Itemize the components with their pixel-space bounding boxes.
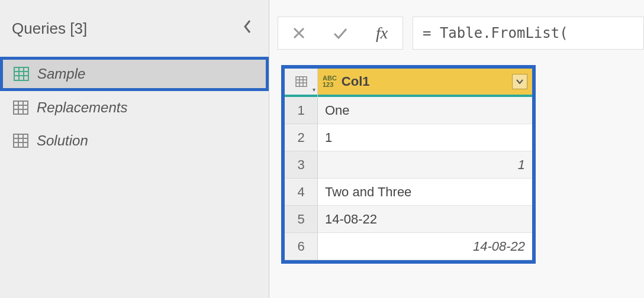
datatype-any-icon: ABC 123	[323, 75, 337, 88]
query-label: Replacements	[37, 99, 127, 116]
queries-panel: Queries [3] Sample Replacements Solution	[0, 0, 269, 298]
column-name: Col1	[342, 74, 507, 89]
formula-input[interactable]: = Table.FromList(	[413, 17, 644, 50]
confirm-formula-button[interactable]	[320, 17, 361, 49]
data-column: ABC 123 Col1 One 1 1 Two and Three 14-08…	[318, 69, 532, 260]
table-icon	[295, 76, 307, 87]
column-header[interactable]: ABC 123 Col1	[318, 69, 532, 97]
row-number[interactable]: 2	[285, 124, 317, 151]
svg-rect-10	[14, 134, 28, 147]
data-cell[interactable]: 14-08-22	[318, 233, 532, 260]
data-cell[interactable]: 1	[318, 151, 532, 179]
table-icon	[13, 134, 28, 148]
data-table: ▾ 1 2 3 4 5 6 ABC 123 Col1	[281, 65, 536, 264]
collapse-panel-button[interactable]	[238, 17, 257, 40]
table-icon	[13, 101, 28, 115]
query-item-replacements[interactable]: Replacements	[0, 91, 269, 124]
app-root: Queries [3] Sample Replacements Solution	[0, 0, 644, 298]
cancel-formula-button[interactable]	[278, 17, 320, 49]
query-item-solution[interactable]: Solution	[0, 124, 269, 157]
fx-icon[interactable]: fx	[361, 17, 402, 49]
row-number[interactable]: 3	[285, 151, 317, 179]
formula-bar: fx = Table.FromList(	[278, 17, 644, 50]
svg-rect-15	[296, 77, 307, 87]
query-item-sample[interactable]: Sample	[0, 57, 269, 91]
query-label: Sample	[37, 66, 85, 82]
row-number-column: ▾ 1 2 3 4 5 6	[285, 69, 318, 260]
formula-controls: fx	[278, 17, 403, 50]
chevron-down-icon: ▾	[313, 86, 315, 93]
row-number[interactable]: 5	[285, 206, 317, 233]
row-number[interactable]: 4	[285, 179, 317, 206]
queries-header: Queries [3]	[0, 17, 269, 57]
row-number[interactable]: 1	[285, 97, 317, 124]
editor-panel: fx = Table.FromList( ▾ 1 2 3 4 5 6	[269, 0, 644, 298]
data-cell[interactable]: 1	[318, 124, 532, 151]
data-cell[interactable]: One	[318, 97, 532, 124]
row-number[interactable]: 6	[285, 233, 317, 260]
svg-rect-5	[14, 101, 28, 114]
data-cell[interactable]: 14-08-22	[318, 206, 532, 233]
table-corner-button[interactable]: ▾	[285, 69, 317, 97]
column-filter-button[interactable]	[512, 74, 527, 89]
svg-rect-0	[14, 67, 28, 80]
query-label: Solution	[37, 132, 88, 149]
table-icon	[14, 67, 29, 81]
data-cell[interactable]: Two and Three	[318, 179, 532, 206]
queries-title: Queries [3]	[12, 20, 87, 38]
formula-text: = Table.FromList(	[423, 25, 568, 41]
